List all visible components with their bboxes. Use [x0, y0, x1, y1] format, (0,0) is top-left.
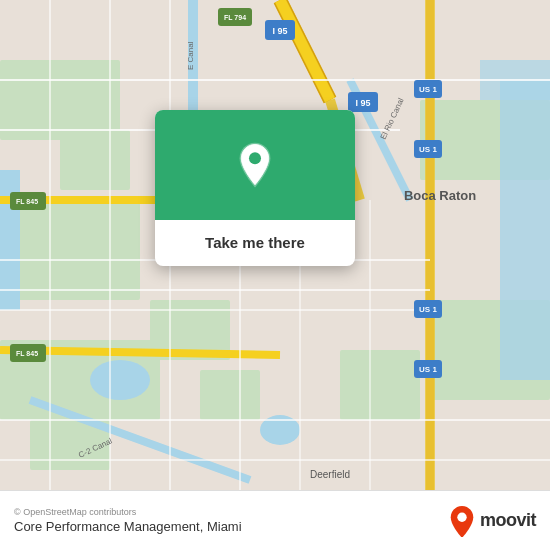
location-pin-icon	[231, 141, 279, 189]
svg-text:US 1: US 1	[419, 85, 437, 94]
popup-header	[155, 110, 355, 220]
footer-bar: © OpenStreetMap contributors Core Perfor…	[0, 490, 550, 550]
svg-text:FL 794: FL 794	[224, 14, 246, 21]
moovit-logo: moovit	[448, 505, 536, 537]
svg-text:Boca Raton: Boca Raton	[404, 188, 476, 203]
svg-point-17	[90, 360, 150, 400]
take-me-there-button[interactable]: Take me there	[171, 234, 339, 251]
svg-text:Deerfield: Deerfield	[310, 469, 350, 480]
location-popup: Take me there	[155, 110, 355, 266]
svg-text:US 1: US 1	[419, 305, 437, 314]
svg-rect-1	[0, 60, 120, 140]
svg-rect-5	[60, 130, 130, 190]
osm-attribution: © OpenStreetMap contributors	[14, 507, 242, 517]
svg-rect-8	[340, 350, 420, 420]
moovit-brand-text: moovit	[480, 510, 536, 531]
svg-text:I 95: I 95	[355, 98, 370, 108]
svg-rect-13	[500, 80, 550, 380]
svg-text:FL 845: FL 845	[16, 198, 38, 205]
svg-text:US 1: US 1	[419, 365, 437, 374]
map-container: I 95 I 95 FL 794 FL 845 FL 845 US 1 US 1…	[0, 0, 550, 490]
svg-text:E Canal: E Canal	[186, 41, 195, 70]
svg-text:FL 845: FL 845	[16, 350, 38, 357]
popup-button-area: Take me there	[155, 220, 355, 266]
svg-rect-2	[0, 200, 140, 300]
moovit-pin-icon	[448, 505, 476, 537]
svg-text:US 1: US 1	[419, 145, 437, 154]
svg-point-63	[249, 152, 261, 164]
footer-left: © OpenStreetMap contributors Core Perfor…	[14, 507, 242, 534]
svg-rect-7	[200, 370, 260, 420]
svg-point-64	[457, 512, 466, 521]
svg-text:I 95: I 95	[272, 26, 287, 36]
app-name-label: Core Performance Management, Miami	[14, 519, 242, 534]
